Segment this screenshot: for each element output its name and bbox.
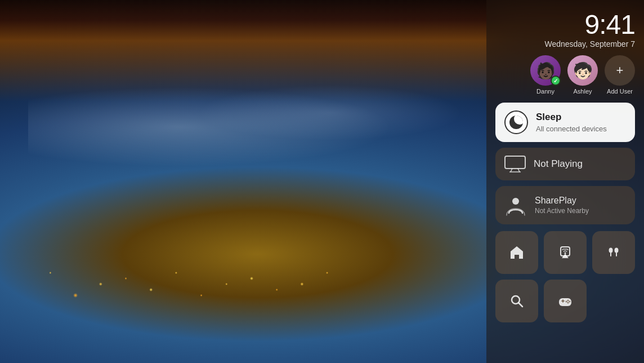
airplay-icon: [557, 245, 573, 260]
home-icon: [509, 245, 525, 260]
svg-point-15: [567, 300, 569, 302]
icon-grid: [495, 231, 635, 322]
clock-date: Wednesday, September 7: [495, 39, 635, 48]
svg-rect-14: [562, 299, 564, 303]
avatar-danny-wrapper: 🧑🏿 ✓: [530, 55, 561, 86]
svg-point-6: [609, 248, 613, 253]
not-playing-label: Not Playing: [534, 158, 583, 170]
danny-check-badge: ✓: [551, 76, 561, 86]
add-user-item[interactable]: + Add User: [605, 55, 635, 95]
cloud-layer: [28, 56, 531, 197]
avatar-ashley-wrapper: 🧒🏻: [567, 55, 598, 86]
sleep-title: Sleep: [536, 112, 626, 123]
city-lights: [0, 205, 503, 318]
clock-section: 9:41 Wednesday, September 7: [495, 11, 635, 48]
add-user-label: Add User: [607, 88, 633, 95]
user-danny[interactable]: 🧑🏿 ✓ Danny: [530, 55, 561, 95]
sleep-text: Sleep All connected devices: [536, 112, 626, 132]
search-icon: [509, 293, 525, 309]
not-playing-card[interactable]: Not Playing: [495, 148, 635, 180]
svg-point-4: [512, 198, 519, 205]
shareplay-card[interactable]: SharePlay Not Active Nearby: [495, 186, 635, 224]
sleep-icon: [504, 110, 528, 134]
gamepad-icon: [557, 293, 573, 309]
svg-point-17: [567, 302, 569, 304]
control-center-panel: 9:41 Wednesday, September 7 🧑🏿 ✓ Danny 🧒…: [486, 0, 644, 363]
sleep-card[interactable]: Sleep All connected devices: [495, 103, 635, 142]
svg-point-16: [569, 301, 571, 303]
svg-point-5: [565, 253, 566, 254]
shareplay-icon: [504, 194, 527, 216]
shareplay-text: SharePlay Not Active Nearby: [535, 196, 626, 215]
airpods-icon: [606, 245, 621, 260]
svg-rect-9: [616, 253, 617, 256]
sleep-icon-inner: [509, 116, 523, 129]
sleep-subtitle: All connected devices: [536, 125, 626, 133]
avatar-ashley: 🧒🏻: [567, 55, 598, 86]
monitor-icon: [504, 156, 526, 172]
clock-time: 9:41: [495, 11, 635, 38]
svg-point-18: [566, 301, 567, 303]
shareplay-title: SharePlay: [535, 196, 626, 206]
airplay-button[interactable]: [544, 231, 587, 274]
shareplay-subtitle: Not Active Nearby: [535, 207, 626, 215]
svg-rect-7: [610, 253, 611, 256]
plus-icon: +: [616, 64, 624, 77]
ashley-label: Ashley: [573, 88, 592, 95]
svg-line-11: [519, 303, 523, 307]
add-user-button[interactable]: +: [605, 55, 635, 86]
user-ashley[interactable]: 🧒🏻 Ashley: [567, 55, 598, 95]
svg-rect-0: [505, 156, 525, 169]
airpods-button[interactable]: [592, 231, 635, 274]
svg-point-8: [615, 248, 619, 253]
users-section: 🧑🏿 ✓ Danny 🧒🏻 Ashley + Add User: [495, 55, 635, 95]
danny-label: Danny: [536, 88, 554, 95]
gamepad-button[interactable]: [544, 280, 587, 322]
home-button[interactable]: [495, 231, 538, 274]
sleep-icon-cut: [514, 116, 523, 125]
search-button[interactable]: [495, 280, 538, 322]
